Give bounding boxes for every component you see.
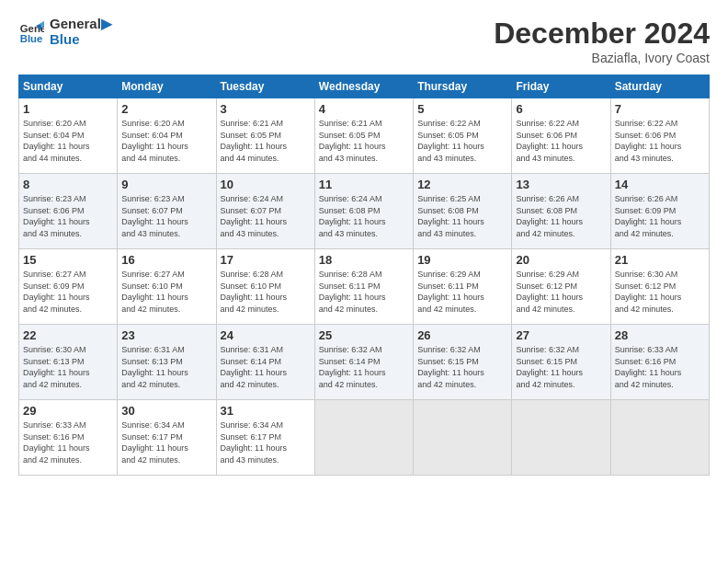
calendar-cell: 3Sunrise: 6:21 AM Sunset: 6:05 PM Daylig… [216,98,314,174]
location: Baziafla, Ivory Coast [494,51,710,65]
day-info: Sunrise: 6:33 AM Sunset: 6:16 PM Dayligh… [615,344,705,390]
calendar-cell [414,400,512,476]
calendar-cell: 6Sunrise: 6:22 AM Sunset: 6:06 PM Daylig… [512,98,610,174]
day-info: Sunrise: 6:23 AM Sunset: 6:07 PM Dayligh… [121,193,211,239]
calendar-cell: 31Sunrise: 6:34 AM Sunset: 6:17 PM Dayli… [216,400,314,476]
col-thursday: Thursday [414,75,512,98]
calendar-page: General Blue General▶ Blue December 2024… [0,0,728,563]
calendar-cell: 11Sunrise: 6:24 AM Sunset: 6:08 PM Dayli… [314,174,413,249]
calendar-cell: 13Sunrise: 6:26 AM Sunset: 6:08 PM Dayli… [512,174,610,249]
calendar-cell: 12Sunrise: 6:25 AM Sunset: 6:08 PM Dayli… [414,174,512,249]
week-row-5: 29Sunrise: 6:33 AM Sunset: 6:16 PM Dayli… [19,400,710,476]
day-info: Sunrise: 6:22 AM Sunset: 6:06 PM Dayligh… [516,118,606,164]
day-info: Sunrise: 6:24 AM Sunset: 6:07 PM Dayligh… [221,193,311,239]
week-row-2: 8Sunrise: 6:23 AM Sunset: 6:06 PM Daylig… [19,174,710,249]
day-number: 26 [417,328,507,342]
day-info: Sunrise: 6:24 AM Sunset: 6:08 PM Dayligh… [319,193,409,239]
col-saturday: Saturday [610,75,709,98]
month-title: December 2024 [494,17,710,51]
calendar-cell: 20Sunrise: 6:29 AM Sunset: 6:12 PM Dayli… [512,249,610,325]
day-info: Sunrise: 6:21 AM Sunset: 6:05 PM Dayligh… [221,118,311,164]
calendar-cell: 16Sunrise: 6:27 AM Sunset: 6:10 PM Dayli… [118,249,216,325]
day-number: 20 [516,253,606,267]
calendar-cell: 19Sunrise: 6:29 AM Sunset: 6:11 PM Dayli… [414,249,512,325]
day-number: 22 [23,328,113,342]
logo-line1: General▶ [50,17,112,32]
calendar-cell: 23Sunrise: 6:31 AM Sunset: 6:13 PM Dayli… [118,325,216,400]
day-number: 29 [23,404,113,418]
day-info: Sunrise: 6:27 AM Sunset: 6:10 PM Dayligh… [121,269,211,315]
day-number: 30 [121,404,211,418]
day-info: Sunrise: 6:32 AM Sunset: 6:15 PM Dayligh… [516,344,606,390]
day-info: Sunrise: 6:32 AM Sunset: 6:15 PM Dayligh… [417,344,507,390]
day-number: 13 [516,178,606,191]
calendar-cell: 10Sunrise: 6:24 AM Sunset: 6:07 PM Dayli… [216,174,314,249]
calendar-cell: 15Sunrise: 6:27 AM Sunset: 6:09 PM Dayli… [19,249,118,325]
calendar-cell: 30Sunrise: 6:34 AM Sunset: 6:17 PM Dayli… [118,400,216,476]
calendar-cell: 25Sunrise: 6:32 AM Sunset: 6:14 PM Dayli… [314,325,413,400]
day-number: 23 [121,328,211,342]
day-info: Sunrise: 6:20 AM Sunset: 6:04 PM Dayligh… [121,118,211,164]
logo-icon: General Blue [18,19,44,45]
day-number: 10 [221,178,311,191]
day-number: 18 [319,253,409,267]
day-info: Sunrise: 6:22 AM Sunset: 6:06 PM Dayligh… [615,118,705,164]
day-info: Sunrise: 6:20 AM Sunset: 6:04 PM Dayligh… [23,118,113,164]
calendar-cell: 4Sunrise: 6:21 AM Sunset: 6:05 PM Daylig… [314,98,413,174]
calendar-cell: 5Sunrise: 6:22 AM Sunset: 6:05 PM Daylig… [414,98,512,174]
calendar-cell: 27Sunrise: 6:32 AM Sunset: 6:15 PM Dayli… [512,325,610,400]
day-info: Sunrise: 6:32 AM Sunset: 6:14 PM Dayligh… [319,344,409,390]
col-friday: Friday [512,75,610,98]
calendar-cell: 17Sunrise: 6:28 AM Sunset: 6:10 PM Dayli… [216,249,314,325]
calendar-cell: 21Sunrise: 6:30 AM Sunset: 6:12 PM Dayli… [610,249,709,325]
day-number: 28 [615,328,705,342]
day-number: 5 [417,102,507,116]
logo: General Blue General▶ Blue [18,17,112,47]
calendar-table: Sunday Monday Tuesday Wednesday Thursday… [18,75,710,476]
day-number: 1 [23,102,113,116]
day-number: 3 [221,102,311,116]
calendar-cell: 14Sunrise: 6:26 AM Sunset: 6:09 PM Dayli… [610,174,709,249]
day-info: Sunrise: 6:31 AM Sunset: 6:14 PM Dayligh… [221,344,311,390]
calendar-cell: 9Sunrise: 6:23 AM Sunset: 6:07 PM Daylig… [118,174,216,249]
day-number: 6 [516,102,606,116]
calendar-cell: 2Sunrise: 6:20 AM Sunset: 6:04 PM Daylig… [118,98,216,174]
svg-text:Blue: Blue [20,32,43,43]
day-number: 16 [121,253,211,267]
day-number: 8 [23,178,113,191]
day-info: Sunrise: 6:25 AM Sunset: 6:08 PM Dayligh… [417,193,507,239]
day-info: Sunrise: 6:29 AM Sunset: 6:11 PM Dayligh… [417,269,507,315]
calendar-cell [314,400,413,476]
calendar-cell: 18Sunrise: 6:28 AM Sunset: 6:11 PM Dayli… [314,249,413,325]
title-block: December 2024 Baziafla, Ivory Coast [494,17,710,65]
day-number: 12 [417,178,507,191]
day-number: 24 [221,328,311,342]
calendar-cell [512,400,610,476]
day-info: Sunrise: 6:29 AM Sunset: 6:12 PM Dayligh… [516,269,606,315]
day-info: Sunrise: 6:31 AM Sunset: 6:13 PM Dayligh… [121,344,211,390]
day-number: 21 [615,253,705,267]
calendar-cell: 8Sunrise: 6:23 AM Sunset: 6:06 PM Daylig… [19,174,118,249]
day-number: 14 [615,178,705,191]
day-number: 19 [417,253,507,267]
day-number: 31 [221,404,311,418]
calendar-cell: 22Sunrise: 6:30 AM Sunset: 6:13 PM Dayli… [19,325,118,400]
day-number: 9 [121,178,211,191]
week-row-4: 22Sunrise: 6:30 AM Sunset: 6:13 PM Dayli… [19,325,710,400]
week-row-3: 15Sunrise: 6:27 AM Sunset: 6:09 PM Dayli… [19,249,710,325]
col-tuesday: Tuesday [216,75,314,98]
calendar-cell: 1Sunrise: 6:20 AM Sunset: 6:04 PM Daylig… [19,98,118,174]
day-info: Sunrise: 6:34 AM Sunset: 6:17 PM Dayligh… [221,419,311,465]
day-info: Sunrise: 6:26 AM Sunset: 6:08 PM Dayligh… [516,193,606,239]
calendar-cell [610,400,709,476]
calendar-cell: 26Sunrise: 6:32 AM Sunset: 6:15 PM Dayli… [414,325,512,400]
day-info: Sunrise: 6:21 AM Sunset: 6:05 PM Dayligh… [319,118,409,164]
day-info: Sunrise: 6:30 AM Sunset: 6:13 PM Dayligh… [23,344,113,390]
day-info: Sunrise: 6:28 AM Sunset: 6:10 PM Dayligh… [221,269,311,315]
header-row: Sunday Monday Tuesday Wednesday Thursday… [19,75,710,98]
col-sunday: Sunday [19,75,118,98]
day-info: Sunrise: 6:30 AM Sunset: 6:12 PM Dayligh… [615,269,705,315]
day-info: Sunrise: 6:22 AM Sunset: 6:05 PM Dayligh… [417,118,507,164]
day-number: 17 [221,253,311,267]
day-info: Sunrise: 6:28 AM Sunset: 6:11 PM Dayligh… [319,269,409,315]
